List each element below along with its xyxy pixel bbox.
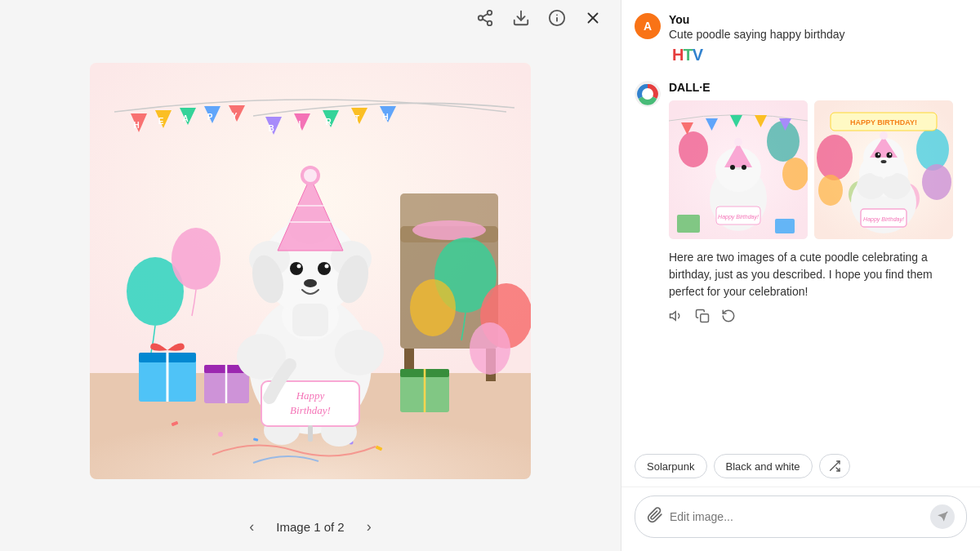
- svg-point-91: [767, 121, 800, 162]
- svg-text:I: I: [299, 120, 301, 129]
- svg-rect-133: [701, 314, 709, 322]
- speaker-icon[interactable]: [669, 309, 684, 327]
- dalle-response-text: Here are two images of a cute poodle cel…: [669, 249, 967, 300]
- svg-line-3: [483, 19, 488, 22]
- svg-point-127: [878, 153, 880, 155]
- user-avatar: A: [635, 13, 661, 39]
- image-counter: Image 1 of 2: [276, 520, 344, 534]
- close-button[interactable]: [581, 7, 604, 29]
- svg-point-75: [304, 169, 317, 182]
- svg-point-129: [881, 160, 887, 163]
- user-name: You: [669, 13, 845, 26]
- refresh-icon[interactable]: [721, 309, 736, 327]
- main-image: H E A P Y B I R T H: [90, 63, 531, 479]
- image-container: H E A P Y B I R T H: [0, 36, 621, 505]
- svg-rect-86: [308, 425, 313, 442]
- viewer-toolbar: [0, 0, 621, 36]
- svg-rect-69: [292, 304, 328, 336]
- svg-text:A: A: [182, 114, 188, 123]
- svg-text:H: H: [133, 121, 139, 130]
- svg-text:E: E: [158, 117, 164, 126]
- chat-panel: A You Cute poodle saying happy birthday …: [621, 0, 980, 551]
- svg-text:Birthday!: Birthday!: [290, 404, 331, 416]
- svg-point-103: [730, 165, 735, 170]
- svg-text:Y: Y: [232, 112, 238, 121]
- style-chip-solarpunk[interactable]: Solarpunk: [635, 454, 707, 478]
- chat-input-field[interactable]: [670, 510, 924, 523]
- svg-point-57: [218, 432, 223, 437]
- svg-point-81: [325, 264, 329, 268]
- svg-point-79: [318, 262, 331, 275]
- svg-point-42: [410, 279, 456, 336]
- svg-text:HAPPY BIRTHDAY!: HAPPY BIRTHDAY!: [850, 118, 917, 127]
- copy-icon[interactable]: [695, 309, 710, 327]
- send-button[interactable]: [930, 504, 955, 529]
- svg-point-78: [290, 262, 303, 275]
- svg-point-111: [916, 128, 949, 171]
- svg-point-43: [470, 322, 510, 375]
- svg-point-112: [922, 164, 951, 200]
- svg-point-126: [887, 153, 893, 158]
- style-chip-blackwhite[interactable]: Black and white: [714, 454, 813, 478]
- shuffle-styles-button[interactable]: [819, 454, 850, 478]
- image-viewer: H E A P Y B I R T H: [0, 0, 621, 551]
- svg-marker-132: [670, 312, 676, 321]
- dalle-image-thumbnails: Happy Birthday!: [669, 100, 967, 239]
- dalle-message: DALL·E: [635, 81, 967, 327]
- share-icon[interactable]: [474, 7, 497, 29]
- dalle-name: DALL·E: [669, 81, 967, 94]
- svg-text:Happy Birthday!: Happy Birthday!: [718, 214, 759, 220]
- chat-messages: A You Cute poodle saying happy birthday …: [621, 0, 980, 446]
- svg-text:B: B: [268, 124, 274, 133]
- next-image-button[interactable]: ›: [358, 515, 381, 538]
- user-content: You Cute poodle saying happy birthday HT…: [669, 13, 845, 64]
- svg-point-124: [880, 131, 888, 140]
- svg-point-80: [297, 264, 301, 268]
- svg-point-88: [642, 88, 653, 100]
- svg-text:Happy Birthday!: Happy Birthday!: [863, 216, 904, 223]
- info-icon[interactable]: [546, 7, 568, 29]
- svg-point-110: [817, 135, 853, 180]
- svg-text:R: R: [325, 118, 332, 127]
- prev-image-button[interactable]: ‹: [240, 515, 263, 538]
- dalle-thumb-2[interactable]: HAPPY BIRTHDAY!: [814, 100, 953, 239]
- svg-point-35: [412, 220, 486, 240]
- svg-point-128: [889, 153, 891, 155]
- image-navigation: ‹ Image 1 of 2 ›: [240, 505, 380, 551]
- htv-logo: HTV: [669, 46, 845, 64]
- chat-input-area: [621, 487, 980, 551]
- dalle-thumb-1[interactable]: Happy Birthday!: [669, 100, 808, 239]
- user-message: A You Cute poodle saying happy birthday …: [635, 13, 967, 64]
- dalle-action-icons: [669, 309, 967, 327]
- svg-point-113: [818, 175, 843, 206]
- download-icon[interactable]: [510, 7, 532, 29]
- style-suggestions: Solarpunk Black and white: [621, 446, 980, 487]
- svg-text:P: P: [207, 113, 213, 122]
- svg-point-82: [304, 279, 317, 287]
- svg-text:T: T: [354, 114, 359, 123]
- svg-rect-108: [775, 219, 795, 233]
- svg-line-4: [483, 14, 488, 17]
- svg-point-102: [734, 138, 742, 146]
- svg-marker-137: [938, 512, 947, 522]
- chat-input-wrapper: [635, 495, 967, 538]
- attach-icon[interactable]: [647, 507, 663, 527]
- svg-point-39: [172, 228, 220, 290]
- svg-point-92: [782, 158, 808, 190]
- svg-point-61: [335, 330, 384, 375]
- svg-rect-107: [677, 215, 700, 233]
- svg-text:H: H: [382, 113, 388, 122]
- dalle-avatar: [635, 81, 661, 107]
- dalle-content: DALL·E: [669, 81, 967, 327]
- svg-point-104: [742, 165, 746, 170]
- svg-point-125: [875, 153, 881, 158]
- user-message-text: Cute poodle saying happy birthday: [669, 28, 845, 41]
- svg-point-90: [679, 131, 708, 167]
- svg-text:Happy: Happy: [296, 389, 325, 402]
